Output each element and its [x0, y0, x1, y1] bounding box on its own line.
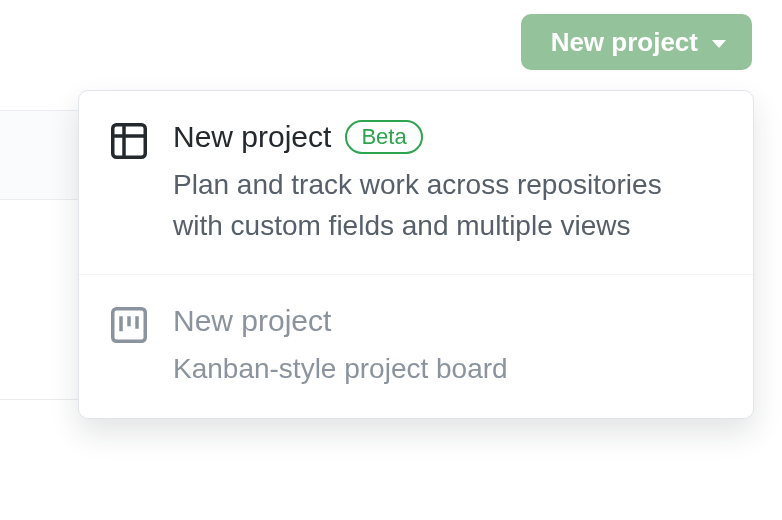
menu-item-new-project-beta[interactable]: New project Beta Plan and track work acr… [79, 91, 753, 274]
menu-item-description: Plan and track work across repositories … [173, 165, 713, 246]
table-icon [109, 121, 149, 161]
menu-item-new-project-classic[interactable]: New project Kanban-style project board [79, 274, 753, 418]
new-project-button[interactable]: New project [521, 14, 752, 70]
kanban-icon [109, 305, 149, 345]
svg-rect-0 [113, 125, 146, 158]
menu-item-description: Kanban-style project board [173, 349, 713, 390]
new-project-button-label: New project [551, 27, 698, 58]
caret-down-icon [712, 40, 726, 48]
new-project-dropdown: New project Beta Plan and track work acr… [78, 90, 754, 419]
menu-item-title: New project [173, 303, 331, 339]
menu-item-title: New project [173, 119, 331, 155]
beta-badge: Beta [345, 120, 422, 154]
